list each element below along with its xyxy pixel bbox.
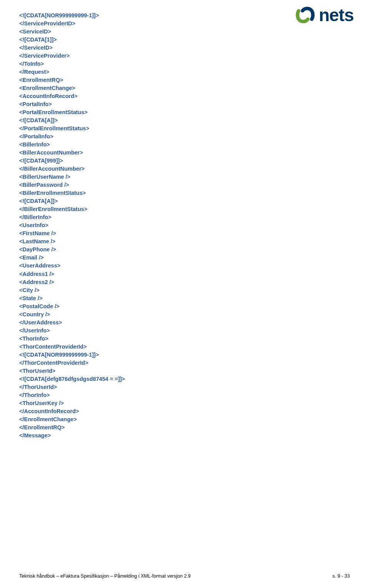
logo-text: nets [319,5,354,25]
xml-line: <Email /> [19,254,350,262]
xml-line: </BillerEnrollmentStatus> [19,205,350,213]
logo-icon [296,5,315,25]
xml-line: </ThorUserId> [19,383,350,391]
xml-line: <State /> [19,294,350,302]
xml-line: <BillerUserName /> [19,173,350,181]
xml-line: <![CDATA[1]]> [19,36,350,44]
xml-line: </UserAddress> [19,319,350,327]
xml-line: </ToInfo> [19,60,350,68]
xml-line: <PostalCode /> [19,302,350,311]
xml-line: <Country /> [19,311,350,319]
xml-line: </AccountInfoRecord> [19,407,350,415]
xml-line: <![CDATA[defg876dfgsdgsd87454 = =]]> [19,375,350,383]
xml-line: <FirstName /> [19,229,350,238]
xml-line: <BillerAccountNumber> [19,149,350,157]
xml-line: </PortalEnrollmentStatus> [19,125,350,133]
logo: nets [296,5,354,25]
xml-line: <ThorContentProviderId> [19,343,350,351]
xml-line: </ThorInfo> [19,391,350,399]
xml-line: <BillerPassword /> [19,181,350,189]
xml-line: <DayPhone /> [19,246,350,254]
xml-line: </BillerInfo> [19,213,350,221]
xml-line: </BillerAccountNumber> [19,165,350,173]
xml-line: <PortalEnrollmentStatus> [19,108,350,116]
xml-line: <EnrollmentRQ> [19,76,350,84]
xml-code-block: <![CDATA[NOR999999999-1]]></ServiceProvi… [19,12,350,440]
xml-line: <AccountInfoRecord> [19,92,350,100]
xml-line: <![CDATA[NOR999999999-1]]> [19,351,350,359]
xml-line: <BillerEnrollmentStatus> [19,189,350,197]
xml-line: <ThorUserKey /> [19,399,350,407]
xml-line: <ServiceID> [19,28,350,36]
footer: Teknisk håndbok – eFaktura Spesifikasjon… [19,573,350,579]
xml-line: <BillerInfo> [19,141,350,149]
xml-line: <![CDATA[A]]> [19,116,350,125]
xml-line: <ThorInfo> [19,335,350,343]
xml-line: </Request> [19,68,350,76]
xml-line: </ThorContentProviderId> [19,359,350,367]
xml-line: <UserAddress> [19,262,350,270]
xml-line: <![CDATA[A]]> [19,197,350,205]
xml-line: <ThorUserId> [19,367,350,375]
xml-line: <EnrollmentChange> [19,84,350,92]
xml-line: <Address1 /> [19,270,350,278]
xml-line: <PortalInfo> [19,100,350,108]
xml-line: </Message> [19,432,350,440]
page-content: <![CDATA[NOR999999999-1]]></ServiceProvi… [0,0,369,443]
footer-left: Teknisk håndbok – eFaktura Spesifikasjon… [19,573,191,579]
xml-line: <![CDATA[999]]> [19,157,350,165]
xml-line: <LastName /> [19,238,350,246]
xml-line: <Address2 /> [19,278,350,286]
xml-line: </UserInfo> [19,327,350,335]
xml-line: </EnrollmentChange> [19,415,350,424]
xml-line: </EnrollmentRQ> [19,424,350,432]
footer-right: s. 9 - 33 [332,573,350,579]
xml-line: <UserInfo> [19,221,350,229]
xml-line: </ServiceProvider> [19,52,350,60]
xml-line: </PortalInfo> [19,133,350,141]
xml-line: <City /> [19,286,350,294]
xml-line: </ServiceID> [19,44,350,52]
